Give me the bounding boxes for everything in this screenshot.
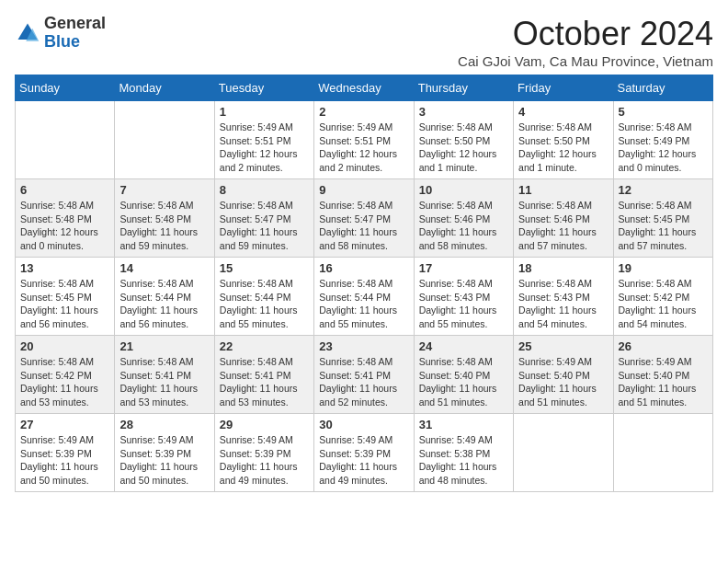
logo: General Blue (15, 15, 106, 52)
calendar-cell: 3Sunrise: 5:48 AM Sunset: 5:50 PM Daylig… (414, 101, 513, 179)
calendar-week-row: 1Sunrise: 5:49 AM Sunset: 5:51 PM Daylig… (16, 101, 713, 179)
day-info: Sunrise: 5:48 AM Sunset: 5:41 PM Dayligh… (220, 355, 309, 409)
day-info: Sunrise: 5:48 AM Sunset: 5:49 PM Dayligh… (619, 121, 708, 175)
calendar-week-row: 20Sunrise: 5:48 AM Sunset: 5:42 PM Dayli… (16, 336, 713, 414)
day-number: 22 (220, 339, 309, 353)
day-info: Sunrise: 5:48 AM Sunset: 5:43 PM Dayligh… (518, 277, 608, 331)
day-info: Sunrise: 5:48 AM Sunset: 5:44 PM Dayligh… (220, 277, 309, 331)
day-number: 3 (419, 105, 508, 119)
day-info: Sunrise: 5:48 AM Sunset: 5:46 PM Dayligh… (518, 199, 608, 253)
calendar-cell: 1Sunrise: 5:49 AM Sunset: 5:51 PM Daylig… (214, 101, 313, 179)
day-number: 25 (518, 339, 608, 353)
day-number: 21 (119, 339, 209, 353)
day-number: 6 (20, 183, 109, 197)
day-number: 7 (119, 183, 209, 197)
calendar-cell: 26Sunrise: 5:49 AM Sunset: 5:40 PM Dayli… (613, 336, 712, 414)
weekday-header-tuesday: Tuesday (214, 75, 313, 101)
page-header: General Blue October 2024 Cai GJoi Vam, … (15, 15, 713, 69)
day-number: 11 (518, 183, 608, 197)
calendar-cell: 27Sunrise: 5:49 AM Sunset: 5:39 PM Dayli… (16, 414, 115, 492)
calendar-cell: 7Sunrise: 5:48 AM Sunset: 5:48 PM Daylig… (115, 179, 214, 258)
day-number: 9 (319, 183, 408, 197)
logo-icon (15, 20, 40, 46)
calendar-cell: 9Sunrise: 5:48 AM Sunset: 5:47 PM Daylig… (314, 179, 414, 258)
day-number: 5 (619, 105, 708, 119)
calendar-week-row: 13Sunrise: 5:48 AM Sunset: 5:45 PM Dayli… (16, 258, 713, 336)
calendar-cell: 22Sunrise: 5:48 AM Sunset: 5:41 PM Dayli… (214, 336, 313, 414)
weekday-header-monday: Monday (115, 75, 214, 101)
day-info: Sunrise: 5:48 AM Sunset: 5:46 PM Dayligh… (419, 199, 508, 253)
calendar-cell: 13Sunrise: 5:48 AM Sunset: 5:45 PM Dayli… (16, 258, 115, 336)
calendar-cell: 19Sunrise: 5:48 AM Sunset: 5:42 PM Dayli… (613, 258, 712, 336)
calendar-cell: 2Sunrise: 5:49 AM Sunset: 5:51 PM Daylig… (314, 101, 414, 179)
weekday-header-saturday: Saturday (613, 75, 712, 101)
day-info: Sunrise: 5:48 AM Sunset: 5:45 PM Dayligh… (619, 199, 708, 253)
day-info: Sunrise: 5:48 AM Sunset: 5:44 PM Dayligh… (119, 277, 209, 331)
day-info: Sunrise: 5:48 AM Sunset: 5:42 PM Dayligh… (20, 355, 109, 409)
weekday-header-wednesday: Wednesday (314, 75, 414, 101)
day-number: 14 (119, 261, 209, 275)
calendar-cell: 8Sunrise: 5:48 AM Sunset: 5:47 PM Daylig… (214, 179, 313, 258)
calendar-week-row: 27Sunrise: 5:49 AM Sunset: 5:39 PM Dayli… (16, 414, 713, 492)
day-info: Sunrise: 5:49 AM Sunset: 5:39 PM Dayligh… (220, 433, 309, 488)
day-number: 10 (419, 183, 508, 197)
day-number: 24 (419, 339, 508, 353)
day-info: Sunrise: 5:49 AM Sunset: 5:40 PM Dayligh… (518, 355, 608, 409)
day-number: 15 (220, 261, 309, 275)
day-info: Sunrise: 5:49 AM Sunset: 5:39 PM Dayligh… (119, 433, 209, 488)
day-number: 8 (220, 183, 309, 197)
day-info: Sunrise: 5:49 AM Sunset: 5:51 PM Dayligh… (319, 121, 408, 175)
day-number: 13 (20, 261, 109, 275)
title-block: October 2024 Cai GJoi Vam, Ca Mau Provin… (458, 15, 713, 69)
calendar-cell: 17Sunrise: 5:48 AM Sunset: 5:43 PM Dayli… (414, 258, 513, 336)
day-number: 30 (319, 418, 408, 431)
day-info: Sunrise: 5:48 AM Sunset: 5:44 PM Dayligh… (319, 277, 408, 331)
calendar-cell (16, 101, 115, 179)
day-info: Sunrise: 5:48 AM Sunset: 5:45 PM Dayligh… (20, 277, 109, 331)
calendar-cell: 30Sunrise: 5:49 AM Sunset: 5:39 PM Dayli… (314, 414, 414, 492)
calendar-cell: 31Sunrise: 5:49 AM Sunset: 5:38 PM Dayli… (414, 414, 513, 492)
day-info: Sunrise: 5:48 AM Sunset: 5:50 PM Dayligh… (419, 121, 508, 175)
day-info: Sunrise: 5:48 AM Sunset: 5:48 PM Dayligh… (20, 199, 109, 253)
day-info: Sunrise: 5:48 AM Sunset: 5:41 PM Dayligh… (319, 355, 408, 409)
calendar-cell: 23Sunrise: 5:48 AM Sunset: 5:41 PM Dayli… (314, 336, 414, 414)
weekday-header-thursday: Thursday (414, 75, 513, 101)
day-info: Sunrise: 5:48 AM Sunset: 5:41 PM Dayligh… (119, 355, 209, 409)
day-info: Sunrise: 5:48 AM Sunset: 5:47 PM Dayligh… (319, 199, 408, 253)
day-number: 27 (20, 418, 109, 431)
day-info: Sunrise: 5:48 AM Sunset: 5:47 PM Dayligh… (220, 199, 309, 253)
calendar-cell (115, 101, 214, 179)
day-info: Sunrise: 5:48 AM Sunset: 5:43 PM Dayligh… (419, 277, 508, 331)
day-number: 28 (119, 418, 209, 431)
day-info: Sunrise: 5:49 AM Sunset: 5:39 PM Dayligh… (20, 433, 109, 488)
day-number: 26 (619, 339, 708, 353)
logo-general-text: General (44, 14, 106, 32)
day-number: 4 (518, 105, 608, 119)
calendar-cell: 18Sunrise: 5:48 AM Sunset: 5:43 PM Dayli… (514, 258, 613, 336)
day-number: 12 (619, 183, 708, 197)
calendar-cell: 4Sunrise: 5:48 AM Sunset: 5:50 PM Daylig… (514, 101, 613, 179)
calendar-cell (613, 414, 712, 492)
day-number: 17 (419, 261, 508, 275)
day-number: 2 (319, 105, 408, 119)
day-number: 31 (419, 418, 508, 431)
calendar-cell: 12Sunrise: 5:48 AM Sunset: 5:45 PM Dayli… (613, 179, 712, 258)
day-info: Sunrise: 5:48 AM Sunset: 5:42 PM Dayligh… (619, 277, 708, 331)
logo-blue-text: Blue (44, 32, 80, 51)
calendar-cell: 28Sunrise: 5:49 AM Sunset: 5:39 PM Dayli… (115, 414, 214, 492)
weekday-header-sunday: Sunday (16, 75, 115, 101)
day-info: Sunrise: 5:49 AM Sunset: 5:38 PM Dayligh… (419, 433, 508, 488)
calendar-cell: 10Sunrise: 5:48 AM Sunset: 5:46 PM Dayli… (414, 179, 513, 258)
calendar-cell: 6Sunrise: 5:48 AM Sunset: 5:48 PM Daylig… (16, 179, 115, 258)
calendar-table: SundayMondayTuesdayWednesdayThursdayFrid… (15, 75, 713, 492)
calendar-cell: 20Sunrise: 5:48 AM Sunset: 5:42 PM Dayli… (16, 336, 115, 414)
day-info: Sunrise: 5:48 AM Sunset: 5:50 PM Dayligh… (518, 121, 608, 175)
calendar-cell: 25Sunrise: 5:49 AM Sunset: 5:40 PM Dayli… (514, 336, 613, 414)
weekday-header-row: SundayMondayTuesdayWednesdayThursdayFrid… (16, 75, 713, 101)
day-info: Sunrise: 5:49 AM Sunset: 5:40 PM Dayligh… (619, 355, 708, 409)
month-title: October 2024 (458, 15, 713, 53)
calendar-cell: 5Sunrise: 5:48 AM Sunset: 5:49 PM Daylig… (613, 101, 712, 179)
day-info: Sunrise: 5:49 AM Sunset: 5:39 PM Dayligh… (319, 433, 408, 488)
day-info: Sunrise: 5:48 AM Sunset: 5:40 PM Dayligh… (419, 355, 508, 409)
weekday-header-friday: Friday (514, 75, 613, 101)
